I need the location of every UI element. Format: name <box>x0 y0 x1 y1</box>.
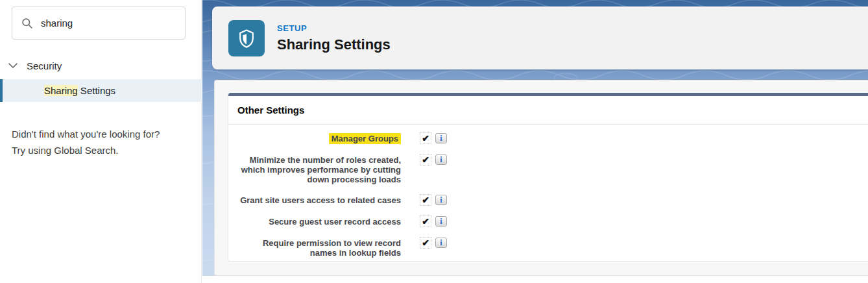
page-title: Sharing Settings <box>277 36 391 53</box>
hint-line-1: Didn't find what you're looking for? <box>12 126 197 142</box>
info-icon[interactable]: i <box>435 216 447 227</box>
shield-icon <box>228 20 265 56</box>
info-icon[interactable]: i <box>435 238 447 248</box>
search-icon <box>21 18 33 29</box>
checkmark-icon: ✔ <box>420 132 431 144</box>
main-area: SETUP Sharing Settings Other Settings Ma… <box>202 0 868 283</box>
page-header: SETUP Sharing Settings <box>212 6 868 69</box>
settings-row: Secure guest user record access ✔ i <box>237 217 868 227</box>
sidebar-item-sharing-settings[interactable]: Sharing Settings <box>0 79 202 102</box>
settings-row: Manager Groups ✔ i <box>237 134 868 144</box>
other-settings-section: Other Settings Manager Groups ✔ i Minimi… <box>228 93 868 262</box>
sidebar-hint: Didn't find what you're looking for? Try… <box>12 126 197 158</box>
settings-rows: Manager Groups ✔ i Minimize the number o… <box>228 125 868 258</box>
chevron-down-icon[interactable] <box>8 63 18 68</box>
setup-sidebar: sharing Security Sharing Settings Didn't… <box>0 0 202 283</box>
checkmark-icon: ✔ <box>420 194 431 206</box>
search-value: sharing <box>41 18 73 29</box>
setting-label: Secure guest user record access <box>237 217 401 227</box>
info-icon[interactable]: i <box>435 133 447 143</box>
settings-row: Grant site users access to related cases… <box>237 195 868 206</box>
content-panel: Other Settings Manager Groups ✔ i Minimi… <box>214 80 868 276</box>
settings-row: Require permission to view record names … <box>237 238 868 258</box>
sidebar-item-security[interactable]: Security <box>0 58 201 73</box>
setting-label: Minimize the number of roles created, wh… <box>237 155 401 184</box>
sidebar-leaf-label-rest: Settings <box>78 85 115 96</box>
sidebar-branch-label: Security <box>27 60 62 71</box>
settings-row: Minimize the number of roles created, wh… <box>237 155 868 184</box>
search-input[interactable]: sharing <box>12 6 186 40</box>
setting-label: Grant site users access to related cases <box>237 195 401 205</box>
setup-eyebrow: SETUP <box>277 23 391 33</box>
checkmark-icon: ✔ <box>420 237 431 249</box>
checkmark-icon: ✔ <box>420 215 431 227</box>
setting-label: Require permission to view record names … <box>237 238 401 258</box>
checkmark-icon: ✔ <box>420 154 431 166</box>
search-match-highlight: Sharing <box>44 85 78 96</box>
info-icon[interactable]: i <box>435 195 447 205</box>
hint-line-2: Try using Global Search. <box>12 142 197 158</box>
section-title: Other Settings <box>228 96 868 116</box>
info-icon[interactable]: i <box>435 154 447 165</box>
setting-label: Manager Groups <box>237 134 401 143</box>
